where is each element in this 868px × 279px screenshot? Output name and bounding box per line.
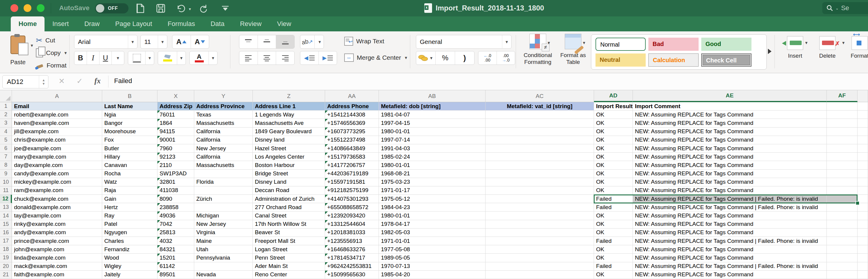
cell-Z20[interactable]: Ader Main St xyxy=(253,262,325,271)
cell-AD18[interactable]: OK xyxy=(594,245,633,254)
cell-x12[interactable] xyxy=(858,195,868,203)
cell-Y7[interactable]: California xyxy=(194,153,253,161)
cell-A9[interactable]: candy@example.com xyxy=(12,170,102,178)
cell-A3[interactable]: haven@example.com xyxy=(12,119,102,127)
currency-dropdown[interactable]: ▼ xyxy=(429,56,433,60)
cell-B9[interactable]: Rocha xyxy=(102,170,157,178)
style-normal[interactable]: Normal xyxy=(595,38,646,51)
row-header-14[interactable]: 14 xyxy=(0,212,12,220)
col-header-AD[interactable]: AD xyxy=(594,90,633,102)
number-format-select[interactable]: General ▼ xyxy=(416,35,512,49)
align-left-button[interactable] xyxy=(239,51,258,64)
cell-AB7[interactable]: 1985-02-24 xyxy=(379,153,486,161)
col-header-A[interactable]: A xyxy=(12,90,102,102)
style-bad[interactable]: Bad xyxy=(648,38,699,51)
col-header-X[interactable]: X xyxy=(157,90,194,102)
cell-AB12[interactable]: 1975-05-12 xyxy=(379,195,486,203)
cell-B8[interactable]: Canavan xyxy=(102,161,157,169)
cell-AF14[interactable] xyxy=(827,212,858,220)
cell-Y9[interactable] xyxy=(194,170,253,178)
redo-icon[interactable] xyxy=(198,3,209,14)
window-close-button[interactable] xyxy=(10,4,18,12)
col-header-AE[interactable]: AE xyxy=(633,90,827,102)
cell-Y3[interactable]: Massachusetts xyxy=(194,119,253,127)
cell-x15[interactable] xyxy=(858,220,868,228)
cell-AD19[interactable]: OK xyxy=(594,254,633,262)
cell-AA19[interactable]: +17814534717 xyxy=(325,254,379,262)
conditional-formatting-caret[interactable]: ▼ xyxy=(547,41,551,45)
cell-x6[interactable] xyxy=(858,144,868,153)
cell-AD21[interactable]: OK xyxy=(594,271,633,279)
cell-Y14[interactable]: Michigan xyxy=(194,212,253,220)
cell-X2[interactable]: 76011 xyxy=(157,111,194,119)
autosave-toggle[interactable]: OFF xyxy=(95,3,128,13)
cell-B4[interactable]: Moorehouse xyxy=(102,128,157,136)
cell-AE21[interactable]: NEW: Assuming REPLACE for Tags Command xyxy=(633,271,827,279)
fill-color-dropdown[interactable]: ▼ xyxy=(177,51,186,64)
cell-X7[interactable]: 92123 xyxy=(157,153,194,161)
delete-caret[interactable]: ▼ xyxy=(841,41,845,45)
italic-button[interactable]: I xyxy=(87,51,99,64)
cell-AC3[interactable] xyxy=(486,119,594,127)
cell-B16[interactable]: Ngyugen xyxy=(102,228,157,237)
cell-AD9[interactable]: OK xyxy=(594,170,633,178)
row-header-11[interactable]: 11 xyxy=(0,186,12,195)
cell-x4[interactable] xyxy=(858,128,868,136)
cell-Z1[interactable]: Address Line 1 xyxy=(253,102,325,111)
cell-Z6[interactable]: Hazel Street xyxy=(253,144,325,153)
cell-x10[interactable] xyxy=(858,178,868,186)
cell-AF2[interactable] xyxy=(827,111,858,119)
customize-toolbar-icon[interactable] xyxy=(220,3,231,14)
col-header-AF[interactable]: AF xyxy=(827,90,858,102)
row-header-10[interactable]: 10 xyxy=(0,178,12,186)
row-header-8[interactable]: 8 xyxy=(0,161,12,169)
cell-Z19[interactable]: Penn Street xyxy=(253,254,325,262)
cell-A8[interactable]: day@example.com xyxy=(12,161,102,169)
cell-Z14[interactable]: Canal Street xyxy=(253,212,325,220)
tab-view[interactable]: View xyxy=(269,17,299,31)
cell-AF3[interactable] xyxy=(827,119,858,127)
cell-Z13[interactable]: 277 Orchard Road xyxy=(253,203,325,212)
decrease-decimal-button[interactable]: ←.0.00 xyxy=(478,51,497,64)
cell-AF17[interactable] xyxy=(827,237,858,245)
cell-AC18[interactable] xyxy=(486,245,594,254)
col-header-Y[interactable]: Y xyxy=(194,90,253,102)
select-all-corner[interactable] xyxy=(0,90,12,102)
name-box-spinner[interactable]: ▲▼ xyxy=(39,75,48,88)
font-color-button[interactable]: A xyxy=(190,51,209,64)
cell-X12[interactable]: 8090 xyxy=(157,195,194,203)
row-header-13[interactable]: 13 xyxy=(0,203,12,212)
cell-x3[interactable] xyxy=(858,119,868,127)
row-header-5[interactable]: 5 xyxy=(0,136,12,144)
cell-AC2[interactable] xyxy=(486,111,594,119)
cell-AF7[interactable] xyxy=(827,153,858,161)
currency-format-button[interactable]: ▼ xyxy=(416,51,436,64)
cell-X8[interactable]: 2110 xyxy=(157,161,194,169)
cell-AB3[interactable]: 1997-04-15 xyxy=(379,119,486,127)
cell-AF13[interactable] xyxy=(827,203,858,212)
cell-AA16[interactable]: +12018381033 xyxy=(325,228,379,237)
cell-AA21[interactable]: +15099565630 xyxy=(325,271,379,279)
cell-AA8[interactable]: +14177206757 xyxy=(325,161,379,169)
col-header-B[interactable]: B xyxy=(102,90,157,102)
cell-AC19[interactable] xyxy=(486,254,594,262)
cell-B13[interactable]: Hertz xyxy=(102,203,157,212)
align-middle-button[interactable] xyxy=(258,35,276,49)
cell-AC21[interactable] xyxy=(486,271,594,279)
cell-AD13[interactable]: Failed xyxy=(594,203,633,212)
cell-X5[interactable]: 90001 xyxy=(157,136,194,144)
cell-A20[interactable]: mack@example.com xyxy=(12,262,102,271)
cell-Z3[interactable]: Massachusetts Ave xyxy=(253,119,325,127)
cell-Y18[interactable]: Utah xyxy=(194,245,253,254)
cell-B18[interactable]: Fernandiz xyxy=(102,245,157,254)
cell-AE4[interactable]: NEW: Assuming REPLACE for Tags Command xyxy=(633,128,827,136)
cell-Z10[interactable]: Disney Land xyxy=(253,178,325,186)
underline-button[interactable]: U xyxy=(99,51,112,64)
align-right-button[interactable] xyxy=(276,51,294,64)
cell-AC9[interactable] xyxy=(486,170,594,178)
shrink-font-button[interactable]: A xyxy=(191,35,209,49)
cell-x17[interactable] xyxy=(858,237,868,245)
cell-AC4[interactable] xyxy=(486,128,594,136)
cell-AA15[interactable]: +13312544604 xyxy=(325,220,379,228)
cell-AD7[interactable]: OK xyxy=(594,153,633,161)
